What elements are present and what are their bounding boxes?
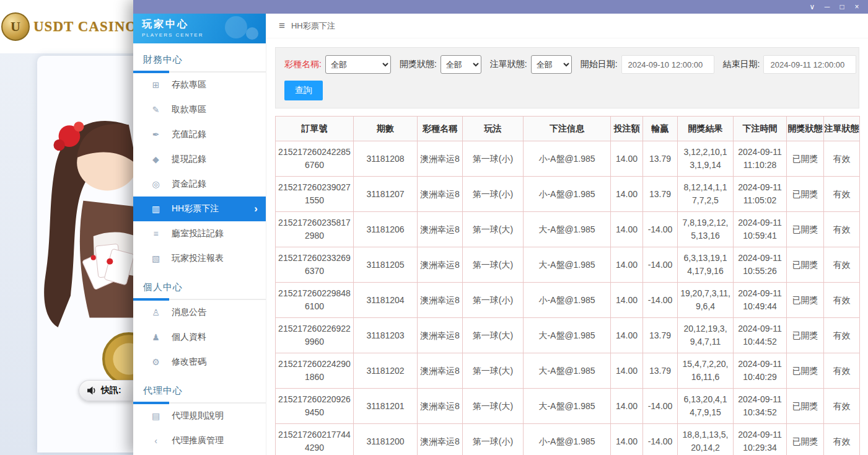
- window-body: 玩家中心 PLAYERS CENTER 財務中心⊞存款專區✎取款專區✒充值記錄◆…: [133, 14, 868, 455]
- table-row: 215217260229848610031181204澳洲幸运8第一球(小)小-…: [276, 283, 860, 318]
- cell-bet_time: 2024-09-11 10:59:41: [734, 212, 787, 247]
- cell-period: 31181205: [354, 247, 418, 283]
- cell-bet_time: 2024-09-11 10:55:26: [734, 247, 787, 283]
- maximize-icon[interactable]: □: [835, 0, 849, 14]
- cell-bet_time: 2024-09-11 10:29:34: [734, 424, 787, 455]
- table-row: 215217260220926945031181201澳洲幸运8第一球(大)大-…: [276, 389, 860, 424]
- column-header-draw_status: 開獎狀態: [787, 117, 824, 141]
- column-header-period: 期數: [354, 117, 418, 141]
- cell-bet_info: 大-A盤@1.985: [524, 389, 611, 424]
- sidebar-item-label: 提現記錄: [172, 154, 206, 165]
- sidebar-item-room-bet-records[interactable]: ≡廳室投註記錄: [133, 221, 266, 246]
- cell-play: 第一球(大): [463, 212, 524, 247]
- cell-lottery_name: 澳洲幸运8: [418, 389, 463, 424]
- table-row: 215217260224290186031181202澳洲幸运8第一球(大)大-…: [276, 353, 860, 389]
- withdraw-icon: ✎: [151, 105, 161, 115]
- cell-bet_time: 2024-09-11 11:05:02: [734, 177, 787, 212]
- lottery-name-select[interactable]: 全部: [325, 55, 391, 74]
- cell-bet_info: 大-A盤@1.985: [524, 318, 611, 353]
- filter-label: 注單狀態:: [490, 59, 527, 70]
- cell-bet_amount: 14.00: [611, 318, 643, 353]
- report-icon: ▧: [151, 254, 161, 263]
- sidebar-item-label: 資金記錄: [172, 179, 206, 190]
- column-header-play: 玩法: [463, 117, 524, 141]
- sidebar-item-player-bet-report[interactable]: ▧玩家投注報表: [133, 246, 266, 271]
- chevron-down-icon[interactable]: ∨: [805, 0, 820, 14]
- sidebar-item-recharge-records[interactable]: ✒充值記錄: [133, 122, 266, 147]
- sidebar-item-label: 存款專區: [172, 79, 206, 91]
- cell-win_loss: 13.79: [643, 141, 678, 177]
- filter-label: 開獎狀態:: [400, 59, 437, 70]
- cell-lottery_name: 澳洲幸运8: [418, 283, 463, 318]
- end-date-input[interactable]: [763, 55, 856, 74]
- cell-period: 31181203: [354, 318, 418, 353]
- cell-draw_status: 已開獎: [787, 247, 824, 283]
- sidebar-item-fund-records[interactable]: ◎資金記錄: [133, 172, 266, 197]
- titlebar: ∨─□×: [133, 0, 868, 14]
- speaker-icon: [87, 386, 97, 395]
- sidebar-item-cashout-records[interactable]: ◆提現記錄: [133, 147, 266, 172]
- news-ticker[interactable]: 快訊:: [79, 380, 133, 401]
- cell-period: 31181200: [354, 424, 418, 455]
- cell-draw_result: 15,4,7,2,20,16,11,6: [678, 353, 734, 389]
- sidebar-item-deposit-area[interactable]: ⊞存款專區: [133, 73, 266, 97]
- sidebar-item-agent-rules[interactable]: ▤代理規則說明: [133, 404, 266, 428]
- cell-bet_time: 2024-09-11 10:49:44: [734, 283, 787, 318]
- announcement-icon: ♙: [151, 307, 161, 317]
- sidebar-item-agent-promotion[interactable]: ‹代理推廣管理: [133, 428, 266, 453]
- cell-order_status: 有效: [824, 318, 860, 353]
- cell-bet_amount: 14.00: [611, 212, 643, 247]
- cell-period: 31181204: [354, 283, 418, 318]
- cell-bet_info: 大-A盤@1.985: [524, 353, 611, 389]
- deposit-icon: ⊞: [151, 80, 161, 90]
- sidebar-header: 玩家中心 PLAYERS CENTER: [133, 14, 266, 43]
- search-button[interactable]: 查詢: [284, 81, 323, 100]
- password-icon: ⚙: [151, 357, 161, 367]
- sidebar-item-hh-lottery-bets[interactable]: ▥HH彩票下注›: [133, 197, 266, 221]
- sidebar-item-change-password[interactable]: ⚙修改密碼: [133, 350, 266, 374]
- window-controls: ∨─□×: [805, 0, 864, 14]
- menu-icon[interactable]: ≡: [279, 20, 285, 32]
- cell-win_loss: -14.00: [643, 247, 678, 283]
- cell-draw_status: 已開獎: [787, 424, 824, 455]
- cell-bet_amount: 14.00: [611, 141, 643, 177]
- filter-row: 彩種名稱:全部開獎狀態:全部注單狀態:全部開始日期:結束日期:: [284, 55, 850, 74]
- filter-label: 開始日期:: [581, 59, 618, 70]
- cell-order_status: 有效: [824, 141, 860, 177]
- cell-draw_status: 已開獎: [787, 283, 824, 318]
- filter-label: 結束日期:: [723, 59, 760, 70]
- cell-order_status: 有效: [824, 389, 860, 424]
- character-illustration: [32, 87, 133, 391]
- sidebar-item-announcements[interactable]: ♙消息公告: [133, 300, 266, 325]
- filter-end-date: 結束日期:: [723, 55, 857, 74]
- cell-lottery_name: 澳洲幸运8: [418, 177, 463, 212]
- cell-draw_status: 已開獎: [787, 389, 824, 424]
- sidebar-item-withdraw-area[interactable]: ✎取款專區: [133, 97, 266, 122]
- main-content: ≡ HH彩票下注 彩種名稱:全部開獎狀態:全部注單狀態:全部開始日期:結束日期:…: [266, 14, 868, 455]
- sidebar-item-label: 代理推廣管理: [172, 435, 224, 446]
- cell-lottery_name: 澳洲幸运8: [418, 141, 463, 177]
- table-row: 215217260242285676031181208澳洲幸运8第一球(小)小-…: [276, 141, 860, 177]
- start-date-input[interactable]: [621, 55, 714, 74]
- recharge-icon: ✒: [151, 130, 161, 139]
- screen: U USDT CASINO: [0, 0, 868, 455]
- sidebar-item-label: 取款專區: [172, 104, 206, 115]
- chevron-right-icon: ›: [254, 203, 258, 215]
- cell-win_loss: -14.00: [643, 389, 678, 424]
- cell-draw_status: 已開獎: [787, 353, 824, 389]
- minimize-icon[interactable]: ─: [820, 0, 835, 14]
- cell-order_status: 有效: [824, 283, 860, 318]
- sidebar-item-label: 玩家投注報表: [172, 253, 224, 264]
- close-icon[interactable]: ×: [849, 0, 864, 14]
- cell-draw_result: 7,8,19,2,12,5,13,16: [678, 212, 734, 247]
- sidebar-item-profile[interactable]: ♟個人資料: [133, 325, 266, 350]
- cell-bet_amount: 14.00: [611, 389, 643, 424]
- cell-bet_info: 小-A盤@1.985: [524, 177, 611, 212]
- cell-bet_amount: 14.00: [611, 424, 643, 455]
- cell-draw_status: 已開獎: [787, 212, 824, 247]
- order-status-select[interactable]: 全部: [531, 55, 572, 74]
- cell-bet_time: 2024-09-11 10:34:52: [734, 389, 787, 424]
- cell-lottery_name: 澳洲幸运8: [418, 212, 463, 247]
- draw-status-select[interactable]: 全部: [441, 55, 481, 74]
- usdt-casino-logo[interactable]: U USDT CASINO: [1, 12, 133, 41]
